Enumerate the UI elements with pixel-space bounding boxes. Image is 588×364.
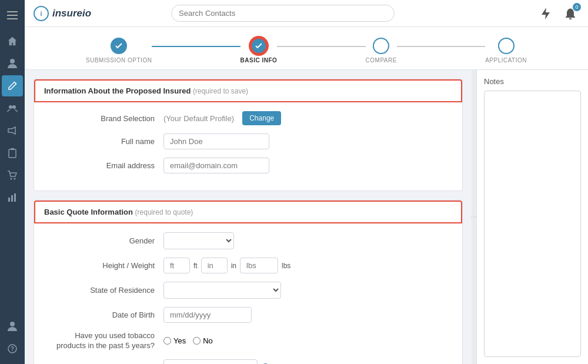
gender-select[interactable]: Male Female	[163, 232, 234, 249]
brand-selection-row: Brand Selection (Your Default Profile) C…	[46, 111, 450, 125]
chart-icon[interactable]	[2, 187, 23, 208]
weight-lbs-input[interactable]	[240, 258, 278, 273]
step-line-1	[152, 46, 240, 47]
step-3-label: COMPARE	[366, 57, 397, 64]
tobacco-row: Have you used tobacco products in the pa…	[46, 331, 450, 351]
state-row: State of Residence Alabama California Ne…	[46, 282, 450, 299]
fullname-control	[163, 133, 450, 149]
quote-info-header: Basic Quote Information (required to quo…	[34, 201, 462, 223]
notes-textarea[interactable]	[484, 91, 581, 357]
insured-info-section: Information About the Proposed Insured (…	[34, 79, 463, 191]
brand-selection-control: (Your Default Profile) Change	[163, 111, 450, 125]
step-1-circle	[111, 38, 127, 54]
gender-label: Gender	[46, 236, 163, 245]
gender-control: Male Female	[163, 232, 450, 249]
health-class-control: Preferred Plus Preferred Standard Plus S…	[163, 359, 450, 364]
step-1-label: SUBMISSION OPTION	[86, 57, 152, 64]
bell-button[interactable]: 0	[562, 5, 579, 22]
svg-point-3	[10, 59, 15, 64]
tobacco-no-radio[interactable]	[193, 337, 201, 345]
topnav-right: 0	[537, 5, 579, 22]
fullname-label: Full name	[46, 137, 163, 146]
svg-point-11	[14, 178, 16, 180]
svg-point-19	[569, 18, 572, 19]
dob-input[interactable]	[163, 307, 252, 323]
main-content: i insureio 0 SUBMISSION OPTION	[25, 0, 588, 364]
clipboard-icon[interactable]	[2, 142, 23, 163]
home-icon[interactable]	[2, 31, 23, 52]
svg-rect-2	[7, 18, 18, 19]
svg-text:?: ?	[11, 346, 14, 352]
svg-rect-8	[9, 149, 16, 158]
fullname-row: Full name	[46, 133, 450, 149]
svg-rect-13	[11, 195, 13, 202]
step-basic-info[interactable]: BASIC INFO	[240, 38, 278, 64]
height-weight-row: Height / Weight ft in lbs	[46, 258, 450, 273]
cart-icon[interactable]	[2, 165, 23, 186]
tobacco-yes-option[interactable]: Yes	[163, 336, 186, 345]
edit-icon[interactable]	[2, 75, 23, 96]
body-area: Information About the Proposed Insured (…	[25, 70, 588, 364]
svg-point-4	[9, 105, 12, 109]
height-in-input[interactable]	[201, 258, 228, 273]
email-row: Email address	[46, 158, 450, 173]
state-select[interactable]: Alabama California New York Texas	[163, 282, 281, 299]
tobacco-yes-label: Yes	[173, 336, 186, 345]
email-control	[163, 158, 450, 173]
quote-info-title: Basic Quote Information	[44, 208, 133, 216]
svg-point-5	[12, 105, 16, 109]
topnav: i insureio 0	[25, 0, 588, 27]
dob-row: Date of Birth	[46, 307, 450, 323]
lbs-label-1: lbs	[282, 262, 290, 270]
search-container	[171, 5, 395, 22]
logo: i insureio	[34, 6, 91, 21]
brand-selection-label: Brand Selection	[46, 114, 163, 123]
megaphone-icon[interactable]	[2, 120, 23, 141]
user-icon[interactable]	[2, 316, 23, 337]
brand-change-button[interactable]: Change	[242, 111, 281, 125]
bell-badge: 0	[573, 3, 581, 11]
tobacco-no-option[interactable]: No	[193, 336, 213, 345]
svg-rect-14	[14, 193, 16, 202]
step-2-label: BASIC INFO	[240, 57, 278, 64]
search-input[interactable]	[171, 5, 395, 22]
bolt-button[interactable]	[537, 5, 554, 22]
sidebar: ?	[0, 0, 25, 364]
height-ft-input[interactable]	[163, 258, 190, 273]
notes-title: Notes	[484, 77, 581, 86]
ft-label-1: ft	[193, 262, 198, 270]
step-submission-option[interactable]: SUBMISSION OPTION	[86, 38, 152, 64]
health-class-row: Health Class Preferred Plus Preferred St…	[46, 359, 450, 364]
health-class-select[interactable]: Preferred Plus Preferred Standard Plus S…	[163, 359, 258, 364]
person-icon[interactable]	[2, 53, 23, 74]
dob-control	[163, 307, 450, 323]
email-label: Email address	[46, 161, 163, 170]
form-area: Information About the Proposed Insured (…	[25, 70, 472, 364]
gender-row: Gender Male Female	[46, 232, 450, 249]
svg-point-15	[10, 322, 15, 326]
step-3-circle	[373, 38, 389, 54]
step-4-label: APPLICATION	[485, 57, 527, 64]
brand-default-text: (Your Default Profile)	[163, 114, 234, 123]
question-icon[interactable]: ?	[2, 338, 23, 359]
insured-info-body: Brand Selection (Your Default Profile) C…	[34, 102, 462, 191]
step-4-circle	[498, 38, 514, 54]
menu-icon[interactable]	[2, 5, 23, 26]
fullname-input[interactable]	[163, 133, 269, 149]
logo-icon: i	[34, 6, 49, 21]
tobacco-no-label: No	[203, 336, 213, 345]
quote-info-body: Gender Male Female Height / Weight	[34, 223, 462, 364]
svg-rect-0	[7, 11, 18, 12]
step-compare[interactable]: COMPARE	[366, 38, 397, 64]
tobacco-yes-radio[interactable]	[163, 337, 171, 345]
state-control: Alabama California New York Texas	[163, 282, 450, 299]
step-application[interactable]: APPLICATION	[485, 38, 527, 64]
svg-rect-12	[8, 198, 10, 202]
email-input[interactable]	[163, 158, 269, 173]
insured-info-title: Information About the Proposed Insured	[44, 86, 191, 95]
quote-info-section: Basic Quote Information (required to quo…	[34, 200, 463, 364]
svg-rect-9	[11, 148, 14, 150]
group-icon[interactable]	[2, 98, 23, 119]
step-line-2	[277, 46, 365, 47]
notes-resize-handle[interactable]: ⋮	[472, 70, 476, 364]
